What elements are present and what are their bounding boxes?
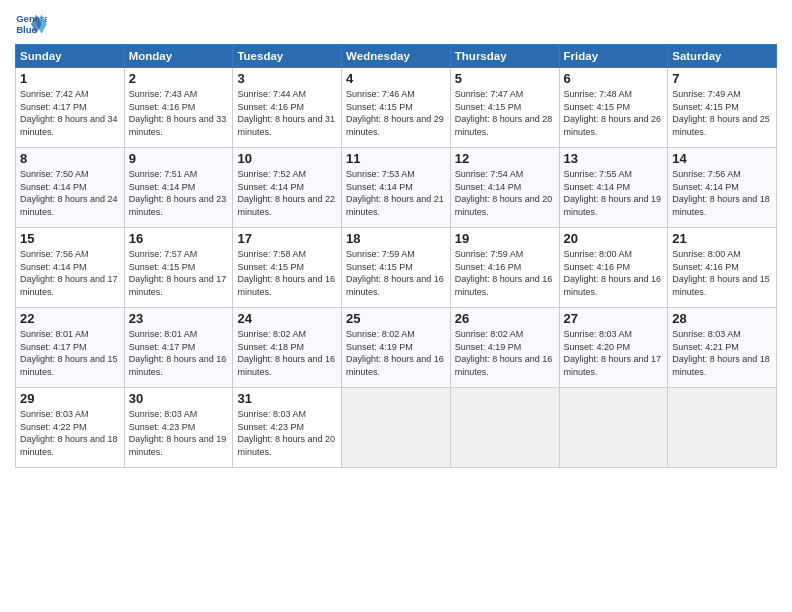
day-number: 7 [672,71,772,86]
calendar-cell: 10Sunrise: 7:52 AMSunset: 4:14 PMDayligh… [233,148,342,228]
calendar-cell: 15Sunrise: 7:56 AMSunset: 4:14 PMDayligh… [16,228,125,308]
cell-info: Sunrise: 7:43 AMSunset: 4:16 PMDaylight:… [129,89,227,137]
calendar-cell [450,388,559,468]
day-number: 17 [237,231,337,246]
day-number: 24 [237,311,337,326]
calendar-cell: 22Sunrise: 8:01 AMSunset: 4:17 PMDayligh… [16,308,125,388]
calendar-cell: 27Sunrise: 8:03 AMSunset: 4:20 PMDayligh… [559,308,668,388]
calendar-cell: 31Sunrise: 8:03 AMSunset: 4:23 PMDayligh… [233,388,342,468]
cell-info: Sunrise: 7:56 AMSunset: 4:14 PMDaylight:… [672,169,770,217]
cell-info: Sunrise: 8:01 AMSunset: 4:17 PMDaylight:… [20,329,118,377]
calendar-cell: 24Sunrise: 8:02 AMSunset: 4:18 PMDayligh… [233,308,342,388]
calendar-cell: 8Sunrise: 7:50 AMSunset: 4:14 PMDaylight… [16,148,125,228]
cell-info: Sunrise: 7:53 AMSunset: 4:14 PMDaylight:… [346,169,444,217]
day-number: 20 [564,231,664,246]
calendar-cell: 18Sunrise: 7:59 AMSunset: 4:15 PMDayligh… [342,228,451,308]
day-number: 5 [455,71,555,86]
cell-info: Sunrise: 7:42 AMSunset: 4:17 PMDaylight:… [20,89,118,137]
day-number: 10 [237,151,337,166]
cell-info: Sunrise: 7:46 AMSunset: 4:15 PMDaylight:… [346,89,444,137]
day-number: 8 [20,151,120,166]
calendar-cell: 12Sunrise: 7:54 AMSunset: 4:14 PMDayligh… [450,148,559,228]
weekday-header-wednesday: Wednesday [342,45,451,68]
calendar-cell: 19Sunrise: 7:59 AMSunset: 4:16 PMDayligh… [450,228,559,308]
day-number: 18 [346,231,446,246]
calendar-cell: 21Sunrise: 8:00 AMSunset: 4:16 PMDayligh… [668,228,777,308]
weekday-header-thursday: Thursday [450,45,559,68]
day-number: 19 [455,231,555,246]
calendar-cell [342,388,451,468]
day-number: 9 [129,151,229,166]
cell-info: Sunrise: 7:57 AMSunset: 4:15 PMDaylight:… [129,249,227,297]
calendar-cell: 17Sunrise: 7:58 AMSunset: 4:15 PMDayligh… [233,228,342,308]
calendar-cell: 5Sunrise: 7:47 AMSunset: 4:15 PMDaylight… [450,68,559,148]
day-number: 2 [129,71,229,86]
calendar-cell: 16Sunrise: 7:57 AMSunset: 4:15 PMDayligh… [124,228,233,308]
cell-info: Sunrise: 8:01 AMSunset: 4:17 PMDaylight:… [129,329,227,377]
calendar-cell: 28Sunrise: 8:03 AMSunset: 4:21 PMDayligh… [668,308,777,388]
cell-info: Sunrise: 7:58 AMSunset: 4:15 PMDaylight:… [237,249,335,297]
calendar-cell: 7Sunrise: 7:49 AMSunset: 4:15 PMDaylight… [668,68,777,148]
cell-info: Sunrise: 7:48 AMSunset: 4:15 PMDaylight:… [564,89,662,137]
page: General Blue SundayMondayTuesdayWednesda… [0,0,792,612]
cell-info: Sunrise: 7:59 AMSunset: 4:16 PMDaylight:… [455,249,553,297]
cell-info: Sunrise: 7:49 AMSunset: 4:15 PMDaylight:… [672,89,770,137]
cell-info: Sunrise: 7:56 AMSunset: 4:14 PMDaylight:… [20,249,118,297]
cell-info: Sunrise: 8:03 AMSunset: 4:20 PMDaylight:… [564,329,662,377]
calendar-cell: 30Sunrise: 8:03 AMSunset: 4:23 PMDayligh… [124,388,233,468]
calendar-cell: 23Sunrise: 8:01 AMSunset: 4:17 PMDayligh… [124,308,233,388]
calendar-cell: 9Sunrise: 7:51 AMSunset: 4:14 PMDaylight… [124,148,233,228]
header: General Blue [15,10,777,38]
weekday-header-tuesday: Tuesday [233,45,342,68]
calendar-cell: 6Sunrise: 7:48 AMSunset: 4:15 PMDaylight… [559,68,668,148]
day-number: 16 [129,231,229,246]
calendar-cell: 4Sunrise: 7:46 AMSunset: 4:15 PMDaylight… [342,68,451,148]
day-number: 13 [564,151,664,166]
calendar-cell: 20Sunrise: 8:00 AMSunset: 4:16 PMDayligh… [559,228,668,308]
day-number: 27 [564,311,664,326]
cell-info: Sunrise: 7:47 AMSunset: 4:15 PMDaylight:… [455,89,553,137]
day-number: 22 [20,311,120,326]
day-number: 1 [20,71,120,86]
day-number: 14 [672,151,772,166]
calendar-cell [668,388,777,468]
cell-info: Sunrise: 7:52 AMSunset: 4:14 PMDaylight:… [237,169,335,217]
cell-info: Sunrise: 8:02 AMSunset: 4:19 PMDaylight:… [346,329,444,377]
day-number: 25 [346,311,446,326]
day-number: 26 [455,311,555,326]
cell-info: Sunrise: 8:02 AMSunset: 4:19 PMDaylight:… [455,329,553,377]
calendar-cell: 1Sunrise: 7:42 AMSunset: 4:17 PMDaylight… [16,68,125,148]
cell-info: Sunrise: 8:00 AMSunset: 4:16 PMDaylight:… [564,249,662,297]
calendar-cell: 11Sunrise: 7:53 AMSunset: 4:14 PMDayligh… [342,148,451,228]
calendar-table: SundayMondayTuesdayWednesdayThursdayFrid… [15,44,777,468]
day-number: 11 [346,151,446,166]
cell-info: Sunrise: 8:03 AMSunset: 4:23 PMDaylight:… [129,409,227,457]
cell-info: Sunrise: 8:00 AMSunset: 4:16 PMDaylight:… [672,249,770,297]
day-number: 4 [346,71,446,86]
day-number: 3 [237,71,337,86]
calendar-cell [559,388,668,468]
weekday-header-friday: Friday [559,45,668,68]
calendar-cell: 26Sunrise: 8:02 AMSunset: 4:19 PMDayligh… [450,308,559,388]
calendar-cell: 25Sunrise: 8:02 AMSunset: 4:19 PMDayligh… [342,308,451,388]
cell-info: Sunrise: 7:55 AMSunset: 4:14 PMDaylight:… [564,169,662,217]
cell-info: Sunrise: 8:02 AMSunset: 4:18 PMDaylight:… [237,329,335,377]
cell-info: Sunrise: 8:03 AMSunset: 4:23 PMDaylight:… [237,409,335,457]
cell-info: Sunrise: 7:50 AMSunset: 4:14 PMDaylight:… [20,169,118,217]
weekday-header-monday: Monday [124,45,233,68]
day-number: 21 [672,231,772,246]
cell-info: Sunrise: 8:03 AMSunset: 4:22 PMDaylight:… [20,409,118,457]
calendar-cell: 14Sunrise: 7:56 AMSunset: 4:14 PMDayligh… [668,148,777,228]
calendar-cell: 2Sunrise: 7:43 AMSunset: 4:16 PMDaylight… [124,68,233,148]
weekday-header-sunday: Sunday [16,45,125,68]
cell-info: Sunrise: 8:03 AMSunset: 4:21 PMDaylight:… [672,329,770,377]
day-number: 12 [455,151,555,166]
day-number: 15 [20,231,120,246]
calendar-cell: 3Sunrise: 7:44 AMSunset: 4:16 PMDaylight… [233,68,342,148]
cell-info: Sunrise: 7:44 AMSunset: 4:16 PMDaylight:… [237,89,335,137]
cell-info: Sunrise: 7:54 AMSunset: 4:14 PMDaylight:… [455,169,553,217]
weekday-header-saturday: Saturday [668,45,777,68]
calendar-cell: 29Sunrise: 8:03 AMSunset: 4:22 PMDayligh… [16,388,125,468]
day-number: 30 [129,391,229,406]
calendar-cell: 13Sunrise: 7:55 AMSunset: 4:14 PMDayligh… [559,148,668,228]
